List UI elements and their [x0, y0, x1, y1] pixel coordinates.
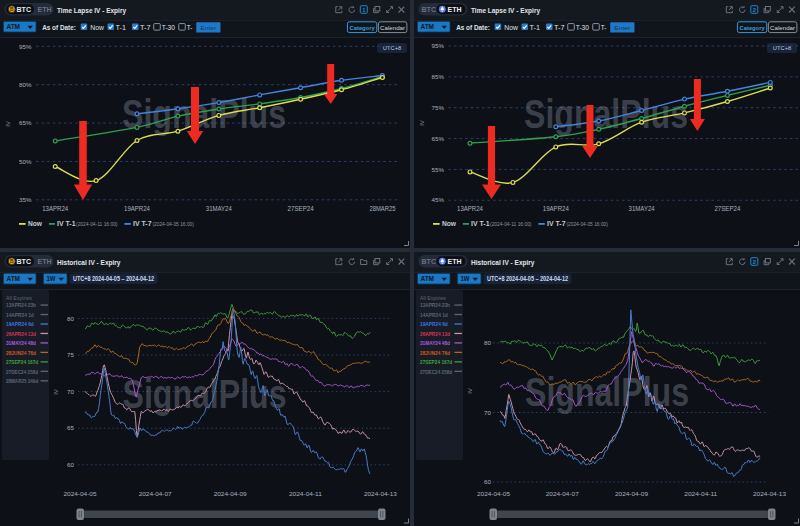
- svg-text:65%: 65%: [432, 135, 445, 142]
- svg-text:28MAR25: 28MAR25: [369, 205, 395, 212]
- svg-text:65%: 65%: [19, 119, 32, 126]
- svg-text:All Expiries: All Expiries: [420, 295, 446, 301]
- svg-text:2024-04-11: 2024-04-11: [684, 491, 718, 497]
- svg-text:As of Date:: As of Date:: [42, 24, 76, 31]
- svg-text:55%: 55%: [432, 166, 445, 173]
- svg-text:(2024-04-11 16:00): (2024-04-11 16:00): [76, 221, 118, 227]
- svg-text:2024-04-13: 2024-04-13: [364, 491, 398, 497]
- svg-text:T-30: T-30: [162, 24, 176, 31]
- svg-text:(2024-04-05 16:00): (2024-04-05 16:00): [566, 221, 608, 227]
- svg-text:45%: 45%: [432, 196, 445, 203]
- svg-text:70: 70: [67, 388, 74, 395]
- svg-text:ATM: ATM: [7, 275, 21, 282]
- svg-text:19APR24 6d: 19APR24 6d: [6, 321, 34, 327]
- svg-text:(2024-04-05 16:00): (2024-04-05 16:00): [152, 221, 194, 227]
- svg-text:Historical IV - Expiry: Historical IV - Expiry: [471, 258, 535, 267]
- svg-text:2024-04-11: 2024-04-11: [289, 491, 323, 497]
- svg-text:80: 80: [484, 339, 491, 346]
- svg-text:T-1: T-1: [116, 24, 127, 31]
- svg-text:IV T-7: IV T-7: [547, 220, 566, 227]
- svg-text:2024-04-09: 2024-04-09: [214, 491, 248, 497]
- svg-text:BTC: BTC: [17, 6, 32, 13]
- svg-text:BTC: BTC: [422, 258, 437, 265]
- svg-text:65: 65: [67, 424, 74, 431]
- svg-text:SignalPlus: SignalPlus: [524, 92, 688, 136]
- svg-text:2024-04-05: 2024-04-05: [477, 491, 511, 497]
- svg-text:IV T-1: IV T-1: [471, 220, 490, 227]
- svg-text:Now: Now: [504, 24, 518, 31]
- svg-text:31MAY24 48d: 31MAY24 48d: [420, 340, 450, 346]
- svg-text:T-7: T-7: [554, 24, 565, 31]
- svg-text:85%: 85%: [432, 73, 445, 80]
- svg-text:13APR24: 13APR24: [457, 205, 483, 212]
- svg-text:27DEC24 258d: 27DEC24 258d: [6, 369, 38, 375]
- svg-text:Calendar: Calendar: [770, 24, 795, 31]
- svg-text:19APR24: 19APR24: [124, 205, 150, 212]
- svg-text:27SEP24 167d: 27SEP24 167d: [420, 359, 452, 365]
- svg-text:27SEP24: 27SEP24: [288, 205, 314, 212]
- svg-text:Time Lapse IV - Expiry: Time Lapse IV - Expiry: [57, 6, 126, 15]
- svg-text:19APR24 6d: 19APR24 6d: [420, 321, 448, 327]
- svg-text:BTC: BTC: [422, 6, 437, 13]
- svg-text:UTC+8: UTC+8: [773, 44, 792, 51]
- svg-text:(2024-04-11 16:00): (2024-04-11 16:00): [490, 221, 532, 227]
- svg-text:UTC+8 2024-04-05 – 2024-04-12: UTC+8 2024-04-05 – 2024-04-12: [73, 275, 154, 282]
- svg-text:IV T-7: IV T-7: [133, 220, 152, 227]
- svg-text:13APR24: 13APR24: [42, 205, 68, 212]
- svg-text:ETH: ETH: [448, 258, 462, 265]
- svg-text:1W: 1W: [461, 275, 471, 282]
- svg-text:BTC: BTC: [17, 258, 32, 265]
- svg-text:60: 60: [67, 461, 74, 468]
- svg-text:Category: Category: [350, 24, 376, 31]
- svg-text:Enter: Enter: [614, 25, 630, 31]
- svg-text:1W: 1W: [47, 275, 57, 282]
- svg-text:31MAY24 48d: 31MAY24 48d: [6, 340, 36, 346]
- svg-text:T-: T-: [601, 24, 607, 31]
- svg-text:T-: T-: [187, 24, 193, 31]
- svg-text:35%: 35%: [19, 196, 32, 203]
- svg-text:80%: 80%: [19, 81, 32, 88]
- svg-text:95%: 95%: [432, 42, 445, 49]
- svg-text:27DEC24 258d: 27DEC24 258d: [420, 369, 452, 375]
- svg-text:2024-04-09: 2024-04-09: [615, 491, 649, 497]
- svg-text:75: 75: [67, 351, 74, 358]
- svg-text:60: 60: [484, 478, 491, 485]
- svg-text:19APR24: 19APR24: [543, 205, 569, 212]
- svg-text:UTC+8 2024-04-05 – 2024-04-12: UTC+8 2024-04-05 – 2024-04-12: [487, 275, 568, 282]
- svg-text:14APR24 1d: 14APR24 1d: [420, 312, 448, 318]
- svg-text:T-1: T-1: [530, 24, 541, 31]
- svg-text:IV: IV: [5, 121, 11, 127]
- svg-text:As of Date:: As of Date:: [456, 24, 490, 31]
- svg-text:IV T-1: IV T-1: [57, 220, 76, 227]
- svg-text:IV: IV: [53, 389, 59, 395]
- svg-text:Now: Now: [442, 220, 457, 227]
- svg-text:27SEP24: 27SEP24: [714, 205, 740, 212]
- svg-text:2024-04-13: 2024-04-13: [753, 491, 787, 497]
- svg-text:2024-04-07: 2024-04-07: [139, 491, 173, 497]
- svg-text:26APR24 13d: 26APR24 13d: [420, 331, 450, 337]
- svg-text:28MAR25 349d: 28MAR25 349d: [6, 378, 38, 384]
- svg-text:ATM: ATM: [7, 23, 21, 30]
- svg-text:IV: IV: [419, 120, 425, 126]
- svg-text:ETH: ETH: [38, 258, 52, 265]
- svg-text:ATM: ATM: [421, 23, 435, 30]
- svg-text:T-30: T-30: [576, 24, 590, 31]
- svg-text:Category: Category: [740, 24, 766, 31]
- svg-text:Now: Now: [90, 24, 104, 31]
- svg-text:ATM: ATM: [421, 275, 435, 282]
- svg-text:SignalPlus: SignalPlus: [122, 92, 286, 136]
- svg-text:Now: Now: [28, 220, 43, 227]
- svg-text:All Expiries: All Expiries: [6, 295, 32, 301]
- svg-text:28JUN24 76d: 28JUN24 76d: [6, 350, 36, 356]
- svg-text:14APR24 1d: 14APR24 1d: [6, 312, 34, 318]
- svg-text:B: B: [10, 7, 14, 12]
- svg-text:ETH: ETH: [448, 6, 462, 13]
- svg-text:2024-04-07: 2024-04-07: [546, 491, 580, 497]
- svg-text:Time Lapse IV - Expiry: Time Lapse IV - Expiry: [471, 6, 540, 15]
- svg-text:26APR24 13d: 26APR24 13d: [6, 331, 36, 337]
- svg-text:95%: 95%: [19, 43, 32, 50]
- svg-text:B: B: [10, 259, 14, 264]
- svg-text:80: 80: [67, 315, 74, 322]
- svg-text:28JUN24 76d: 28JUN24 76d: [420, 350, 450, 356]
- svg-text:Historical IV - Expiry: Historical IV - Expiry: [57, 258, 121, 267]
